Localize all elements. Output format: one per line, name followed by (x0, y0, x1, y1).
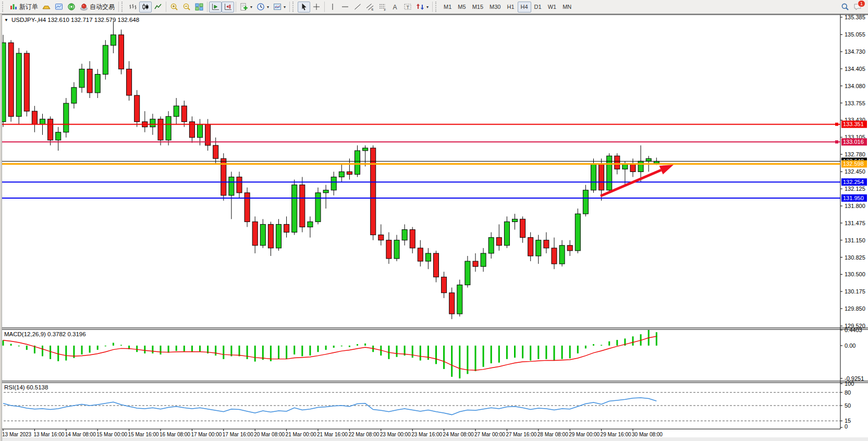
macd-histogram-bar (262, 346, 264, 360)
auto-trading-icon (80, 3, 88, 11)
macd-histogram-bar (554, 346, 555, 361)
collapse-triangle-icon[interactable]: ▼ (4, 18, 8, 22)
macd-label: MACD(12,26,9) 0.3782 0.3196 (4, 331, 86, 337)
toolbar: 新订单 自动交易 (0, 0, 868, 14)
timeframe-m5[interactable]: M5 (455, 2, 469, 13)
text-button[interactable]: A (389, 2, 401, 13)
timeframe-m30[interactable]: M30 (486, 2, 504, 13)
candle (591, 164, 596, 190)
candlestick-chart-button[interactable] (139, 2, 152, 13)
bar-chart-button[interactable] (127, 2, 139, 13)
broadcast-button[interactable] (65, 2, 78, 13)
templates-icon (273, 3, 282, 11)
macd-histogram-bar (191, 346, 193, 352)
time-tick-label: 15 Mar 00:00 (96, 432, 127, 437)
macd-histogram-bar (199, 346, 201, 352)
vertical-line-button[interactable] (326, 2, 339, 13)
macd-histogram-bar (97, 346, 99, 350)
time-tick-label: 28 Mar 08:00 (537, 432, 568, 437)
macd-histogram-bar (608, 341, 610, 346)
timeframe-m1[interactable]: M1 (441, 2, 455, 13)
crosshair-button[interactable] (310, 2, 323, 13)
candle (488, 238, 494, 253)
timeframe-m15[interactable]: M15 (469, 2, 486, 13)
chart-canvas[interactable]: USDJPY-,H4 132.610 132.717 132.579 132.6… (0, 14, 868, 441)
macd-histogram-bar (349, 346, 350, 347)
price-tick-label: 133.755 (845, 100, 865, 106)
price-tick-label: 130.500 (845, 271, 865, 277)
toolbar-separator (166, 2, 166, 12)
macd-histogram-bar (144, 346, 145, 353)
timeframe-d1[interactable]: D1 (531, 2, 545, 13)
svg-text:T: T (407, 5, 410, 10)
text-label-button[interactable]: T (401, 2, 414, 13)
chat-button[interactable]: 1 (853, 3, 862, 11)
candle (300, 185, 305, 227)
macd-histogram-bar (65, 346, 67, 361)
svg-text:132.254: 132.254 (843, 179, 864, 185)
timeframe-w1[interactable]: W1 (545, 2, 560, 13)
chart-shift-button[interactable] (222, 2, 234, 13)
bar-chart-icon (129, 3, 137, 11)
candle (24, 53, 29, 111)
time-tick-label: 27 Mar 16:00 (506, 432, 536, 437)
candle (402, 230, 407, 240)
timeframe-mn[interactable]: MN (559, 2, 574, 13)
arrows-button[interactable]: ▾ (414, 2, 431, 13)
price-tick-label: 134.080 (845, 83, 865, 89)
svg-text:131.950: 131.950 (843, 195, 864, 201)
line-chart-button[interactable] (152, 2, 164, 13)
trendline-button[interactable] (351, 2, 364, 13)
macd-histogram-bar (239, 346, 240, 356)
price-tick-label: 132.125 (845, 186, 865, 192)
templates-button[interactable]: ▾ (271, 2, 288, 13)
toolbar-drag-handle[interactable] (121, 2, 125, 12)
time-tick-label: 23 Mar 16:00 (411, 432, 442, 437)
search-icon[interactable] (841, 3, 849, 11)
candle (308, 222, 313, 227)
charts-window-button[interactable] (53, 2, 65, 13)
macd-histogram-bar (152, 346, 153, 353)
zoom-out-button[interactable] (180, 2, 193, 13)
time-tick-label: 27 Mar 00:00 (474, 432, 505, 437)
macd-histogram-bar (294, 346, 295, 354)
candle (323, 190, 328, 193)
crosshair-icon (312, 3, 321, 11)
candle (79, 69, 84, 87)
add-indicator-button[interactable]: ▾ (238, 2, 254, 13)
toolbar-drag-handle[interactable] (2, 2, 6, 12)
fibonacci-button[interactable]: F (376, 2, 389, 13)
new-order-button[interactable]: 新订单 (7, 2, 40, 13)
timeframe-h4[interactable]: H4 (518, 2, 531, 13)
gold-button[interactable] (40, 2, 53, 13)
macd-axis-label: 0.4403 (845, 327, 862, 333)
cursor-button[interactable] (298, 2, 310, 13)
candle (418, 248, 423, 261)
timeframe-h1[interactable]: H1 (504, 2, 517, 13)
equidistant-channel-button[interactable]: E (364, 2, 376, 13)
candle (71, 88, 77, 103)
auto-trading-button[interactable]: 自动交易 (78, 2, 117, 13)
toolbar-separator (118, 2, 119, 12)
candle (386, 240, 392, 259)
tile-windows-button[interactable] (193, 2, 205, 13)
time-tick-label: 17 Mar 16:00 (223, 432, 253, 437)
chevron-down-icon: ▾ (284, 5, 286, 9)
candle (158, 119, 163, 140)
rsi-axis-label: 0 (845, 423, 848, 430)
periods-button[interactable]: ▾ (254, 2, 271, 13)
macd-histogram-bar (459, 346, 460, 378)
candle (434, 253, 439, 277)
toolbar-drag-handle[interactable] (435, 2, 439, 12)
svg-text:133.351: 133.351 (843, 121, 864, 127)
candle (425, 253, 431, 261)
candle (40, 119, 45, 124)
macd-histogram-bar (301, 346, 303, 356)
toolbar-drag-handle[interactable] (292, 2, 296, 12)
price-tick-label: 134.730 (845, 48, 865, 55)
horizontal-line-button[interactable] (339, 2, 351, 13)
candle (111, 35, 116, 45)
auto-scroll-button[interactable] (209, 2, 222, 13)
candle (119, 35, 124, 69)
zoom-in-button[interactable] (168, 2, 180, 13)
